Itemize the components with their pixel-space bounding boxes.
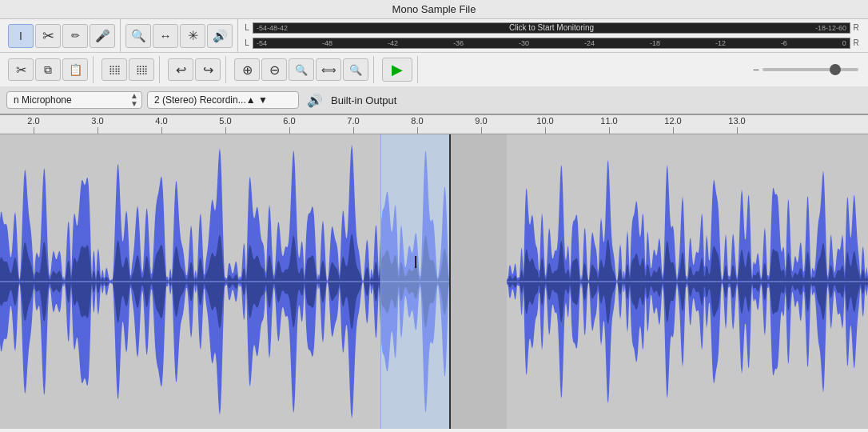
- multi-tool-btn[interactable]: ✂: [35, 24, 61, 48]
- input-device-arrow: ▲ ▼: [130, 92, 138, 108]
- input-device-select[interactable]: n Microphone ▲ ▼: [6, 91, 142, 109]
- cursor-tool-btn[interactable]: I: [8, 24, 34, 48]
- ruler-mark-5.0: 5.0: [193, 117, 257, 134]
- meter-r-label-2: R: [850, 39, 862, 47]
- volume-thumb[interactable]: [830, 64, 841, 75]
- undo-btn[interactable]: ↩: [168, 58, 193, 81]
- meter-tick--6: -6: [836, 24, 842, 32]
- selection-region: [380, 134, 451, 429]
- transport-section: ▶: [377, 56, 418, 83]
- ruler-mark-2.0: 2.0: [2, 117, 66, 134]
- input-device-label: n Microphone: [14, 94, 72, 106]
- ruler-mark-13.0: 13.0: [705, 117, 769, 134]
- meter-left-bar[interactable]: -54 -48 -42 Click to Start Monitoring -1…: [253, 22, 850, 34]
- ruler-mark-11.0: 11.0: [577, 117, 641, 134]
- copy-btn[interactable]: ⧉: [35, 58, 61, 81]
- output-device-label: Built-in Output: [331, 94, 396, 106]
- edit-tools-section: ✂ ⧉ 📋: [3, 56, 94, 83]
- device-bar: n Microphone ▲ ▼ 2 (Stereo) Recordin... …: [0, 86, 868, 115]
- volume-slider[interactable]: [762, 68, 858, 71]
- ruler-mark-10.0: 10.0: [513, 117, 577, 134]
- meter-tick--18: -18: [815, 24, 826, 32]
- zoom-tool-btn[interactable]: 🔍: [125, 24, 151, 48]
- gap-region: [451, 134, 507, 429]
- resize-icon: ↔: [160, 29, 172, 42]
- ruler-mark-9.0: 9.0: [449, 117, 513, 134]
- mic-tool-btn[interactable]: 🎤: [90, 24, 115, 48]
- format-select[interactable]: 2 (Stereo) Recordin... ▲ ▼: [147, 91, 299, 109]
- playback-cursor: [449, 134, 451, 429]
- zoom-reset-btn[interactable]: 🔍: [343, 58, 368, 81]
- format-arrow: ▲ ▼: [246, 94, 268, 106]
- zoom-icon: 🔍: [131, 29, 146, 43]
- speaker-icon: 🔊: [213, 29, 228, 43]
- meter-right-label-top: R: [850, 24, 862, 32]
- cursor-icon: I: [19, 30, 22, 42]
- ruler-mark-6.0: 6.0: [257, 117, 321, 134]
- resize-tool-btn[interactable]: ↔: [153, 24, 178, 48]
- zoom-fit-btn[interactable]: ⟺: [316, 58, 341, 81]
- output-speaker-icon: 🔊: [307, 93, 323, 108]
- meter-right-bar[interactable]: -54 -48 -42 -36 -30 -24 -18 -12 -6 0: [253, 38, 850, 49]
- meter-click-label[interactable]: Click to Start Monitoring: [288, 23, 815, 32]
- undo-redo-section: ↩ ↪: [163, 56, 226, 83]
- draw-icon: ✏: [71, 30, 80, 42]
- meter-tick-0: 0: [842, 24, 846, 32]
- view-tools: 🔍 ↔ ✳ 🔊: [121, 19, 238, 52]
- speaker-tool-btn[interactable]: 🔊: [207, 24, 233, 48]
- meter-tick--54: -54: [257, 24, 267, 32]
- ruler-inner: 2.03.04.05.06.07.08.09.010.011.012.013.0: [0, 115, 868, 134]
- window-title: Mono Sample File: [392, 3, 476, 15]
- meter-tick--12: -12: [826, 24, 836, 32]
- ruler-mark-12.0: 12.0: [641, 117, 705, 134]
- format-label: 2 (Stereo) Recordin...: [154, 94, 246, 106]
- meter-l-label-2: L: [241, 39, 253, 47]
- cut-btn[interactable]: ✂: [8, 58, 34, 81]
- waveform-area[interactable]: I: [0, 134, 868, 429]
- meter-tick--48: -48: [267, 24, 277, 32]
- meter-tick--42: -42: [277, 24, 288, 32]
- timeline-ruler: 2.03.04.05.06.07.08.09.010.011.012.013.0: [0, 115, 868, 134]
- volume-minus-label: −: [753, 63, 759, 76]
- multi2-tool-btn[interactable]: ✳: [180, 24, 205, 48]
- paste-btn[interactable]: 📋: [62, 58, 88, 81]
- draw-tool-btn[interactable]: ✏: [62, 24, 88, 48]
- mic-icon: 🎤: [95, 29, 110, 43]
- meter-left-label: L: [241, 24, 253, 32]
- ruler-mark-8.0: 8.0: [385, 117, 449, 134]
- multi-icon: ✂: [42, 27, 54, 45]
- volume-control: −: [753, 63, 865, 76]
- vu-meter: L -54 -48 -42 Click to Start Monitoring …: [238, 19, 865, 52]
- trim-btn[interactable]: ⣿⣿: [102, 58, 127, 81]
- zoom-in-btn[interactable]: ⊕: [234, 58, 260, 81]
- multi2-icon: ✳: [188, 28, 198, 43]
- redo-btn[interactable]: ↪: [195, 58, 221, 81]
- ruler-mark-7.0: 7.0: [321, 117, 385, 134]
- silence-btn[interactable]: ⣿⣿: [129, 58, 154, 81]
- zoom-out-btn[interactable]: ⊖: [261, 58, 287, 81]
- ruler-mark-4.0: 4.0: [129, 117, 193, 134]
- zoom-tools-section: ⊕ ⊖ 🔍 ⟺ 🔍: [229, 56, 374, 83]
- selection-tools: I ✂ ✏ 🎤: [3, 19, 121, 52]
- trim-tools-section: ⣿⣿ ⣿⣿: [97, 56, 160, 83]
- ruler-mark-3.0: 3.0: [66, 117, 129, 134]
- zoom-sel-btn[interactable]: 🔍: [289, 58, 314, 81]
- play-btn[interactable]: ▶: [382, 58, 412, 82]
